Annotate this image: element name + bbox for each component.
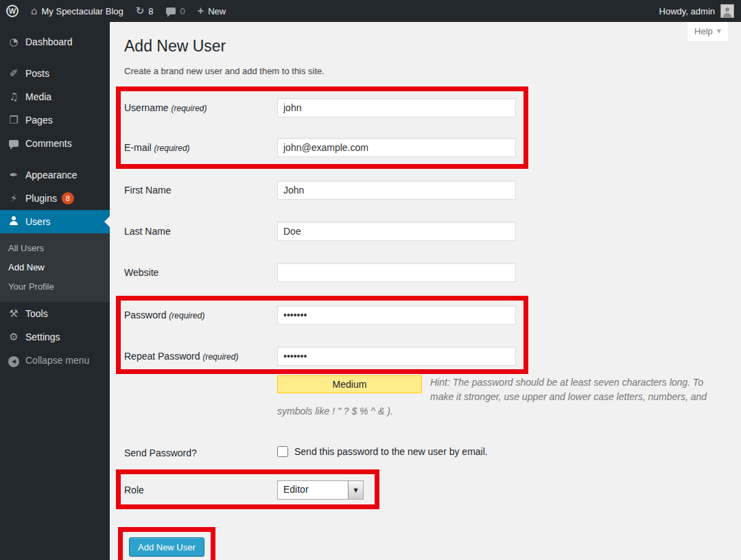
name-rows: First Name Last Name Website: [124, 180, 727, 282]
settings-icon: ⚙: [8, 331, 20, 343]
password-strength-meter: Medium: [277, 375, 422, 393]
password-label: Password (required): [124, 305, 277, 320]
collapse-menu-label: Collapse menu: [25, 355, 89, 366]
admin-bar: W ⌂ My Spectacular Blog ↻ 8 0 + New Howd…: [0, 0, 741, 22]
role-label: Role: [124, 480, 277, 495]
comments-icon: [8, 137, 20, 150]
plugins-update-badge: 8: [62, 192, 74, 205]
password-input[interactable]: [277, 305, 516, 325]
send-password-checkbox-label: Send this password to the new user by em…: [294, 446, 488, 457]
page-title: Add New User: [124, 36, 727, 56]
first-name-row: First Name: [124, 180, 727, 200]
users-submenu: All Users Add New Your Profile: [0, 233, 110, 302]
website-input[interactable]: [277, 263, 516, 282]
admin-bar-right: Howdy, admin: [659, 4, 741, 18]
menu-separator: [0, 155, 110, 163]
website-label: Website: [124, 263, 277, 278]
pages-icon: ❐: [8, 114, 20, 126]
wordpress-logo-icon: W: [6, 5, 19, 17]
sidebar-item-dashboard[interactable]: ◔ Dashboard: [0, 30, 110, 54]
home-icon: ⌂: [31, 5, 38, 17]
username-label: Username (required): [124, 98, 277, 113]
repeat-password-label: Repeat Password (required): [124, 347, 277, 362]
username-row: Username (required): [124, 98, 524, 117]
sidebar-item-tools[interactable]: ⚒ Tools: [0, 302, 110, 325]
comments-count: 0: [180, 6, 185, 16]
users-icon: [8, 215, 20, 228]
sidebar-item-label: Dashboard: [25, 36, 73, 47]
sidebar-item-media[interactable]: ♫ Media: [0, 85, 110, 108]
sidebar-item-appearance[interactable]: ✒ Appearance: [0, 163, 110, 187]
site-name-label: My Spectacular Blog: [42, 6, 124, 16]
send-password-checkbox[interactable]: [277, 446, 288, 457]
submenu-item-all-users[interactable]: All Users: [0, 238, 110, 257]
help-label: Help: [694, 26, 713, 36]
help-button[interactable]: Help ▼: [687, 22, 729, 42]
page-subtitle: Create a brand new user and add them to …: [124, 66, 727, 76]
last-name-label: Last Name: [124, 222, 277, 237]
annotation-box-identity: Username (required) E-mail (required): [116, 86, 528, 169]
send-password-option: Send this password to the new user by em…: [277, 443, 488, 457]
collapse-menu-button[interactable]: ◀ Collapse menu: [0, 349, 110, 372]
wordpress-menu[interactable]: W: [0, 0, 25, 22]
plus-icon: +: [198, 5, 204, 17]
appearance-icon: ✒: [8, 169, 20, 181]
sidebar-item-comments[interactable]: Comments: [0, 132, 110, 155]
chevron-down-icon: ▼: [717, 28, 721, 34]
email-row: E-mail (required): [124, 138, 524, 157]
repeat-password-input[interactable]: [277, 347, 516, 366]
sidebar-item-users[interactable]: Users: [0, 210, 110, 233]
updates-link[interactable]: ↻ 8: [130, 0, 160, 22]
user-avatar[interactable]: [720, 4, 734, 18]
sidebar-item-label: Appearance: [25, 170, 78, 180]
select-dropdown-button[interactable]: ▼: [348, 481, 363, 499]
email-label: E-mail (required): [124, 138, 277, 153]
menu-separator: [0, 54, 110, 62]
comments-link[interactable]: 0: [160, 0, 191, 22]
new-label: New: [208, 6, 226, 16]
annotation-box-role: Role Editor ▼: [116, 469, 379, 509]
howdy-account-link[interactable]: Howdy, admin: [659, 6, 715, 16]
sidebar-item-label: Plugins: [25, 193, 57, 204]
send-password-row: Send Password? Send this password to the…: [124, 443, 727, 458]
password-hint-area: Medium Hint: The password should be at l…: [277, 375, 708, 419]
site-name-link[interactable]: ⌂ My Spectacular Blog: [25, 0, 130, 22]
password-row: Password (required): [124, 305, 524, 325]
username-input[interactable]: [277, 98, 516, 117]
sidebar-item-settings[interactable]: ⚙ Settings: [0, 325, 110, 349]
sidebar-item-plugins[interactable]: ⚡ Plugins 8: [0, 187, 110, 210]
annotation-box-password: Password (required) Repeat Password (req…: [116, 296, 528, 374]
wrench-icon: ⚒: [8, 307, 20, 320]
menu-separator: [0, 22, 110, 30]
sidebar-item-label: Comments: [25, 138, 72, 149]
role-select[interactable]: Editor ▼: [277, 480, 364, 500]
updates-count: 8: [148, 6, 153, 16]
admin-bar-left: W ⌂ My Spectacular Blog ↻ 8 0 + New: [0, 0, 232, 22]
pushpin-icon: ✐: [8, 67, 20, 80]
email-input[interactable]: [277, 138, 516, 157]
sidebar-item-label: Posts: [25, 68, 49, 79]
sidebar-item-label: Pages: [25, 115, 53, 126]
send-password-label: Send Password?: [124, 443, 277, 458]
sidebar-item-posts[interactable]: ✐ Posts: [0, 62, 110, 85]
main-content: Help ▼ Add New User Create a brand new u…: [110, 22, 741, 560]
last-name-input[interactable]: [277, 222, 516, 241]
last-name-row: Last Name: [124, 222, 727, 241]
wordpress-admin-page: W ⌂ My Spectacular Blog ↻ 8 0 + New Howd…: [0, 0, 741, 560]
media-icon: ♫: [8, 91, 20, 103]
repeat-password-row: Repeat Password (required): [124, 347, 524, 366]
new-content-menu[interactable]: + New: [191, 0, 232, 22]
add-new-user-button[interactable]: Add New User: [129, 537, 204, 557]
submenu-item-add-new[interactable]: Add New: [0, 257, 110, 277]
website-row: Website: [124, 263, 727, 282]
chevron-down-icon: ▼: [353, 487, 357, 493]
plugin-icon: ⚡: [8, 192, 20, 205]
first-name-input[interactable]: [277, 180, 516, 200]
admin-sidebar: ◔ Dashboard ✐ Posts ♫ Media ❐ Pages Comm…: [0, 22, 110, 560]
sidebar-item-label: Media: [25, 91, 51, 102]
submenu-item-your-profile[interactable]: Your Profile: [0, 277, 110, 296]
sidebar-item-label: Settings: [25, 331, 60, 342]
role-row: Role Editor ▼: [124, 480, 375, 500]
avatar-person-icon: [722, 8, 732, 17]
sidebar-item-pages[interactable]: ❐ Pages: [0, 108, 110, 132]
